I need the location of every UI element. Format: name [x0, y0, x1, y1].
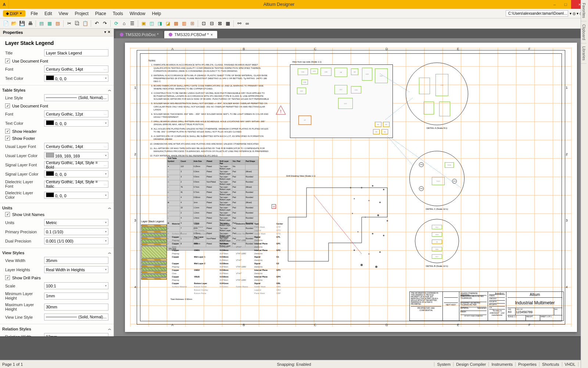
panel-icon[interactable]: ▩ [172, 20, 180, 27]
showheader-check[interactable] [5, 129, 10, 134]
table-icon[interactable]: ▦ [224, 20, 232, 27]
vtab-libraries[interactable]: Libraries [581, 43, 587, 64]
use-doc-font-check[interactable] [5, 59, 10, 63]
status-properties[interactable]: Properties [515, 362, 539, 367]
dielfont-label: Dielectric Layer Font [5, 180, 42, 188]
sigfont-input[interactable]: Century Gothic, 14pt, Style = Bold… [44, 161, 108, 168]
svg-point-14 [358, 231, 359, 233]
menu-help[interactable]: Help [148, 11, 164, 16]
stack-icon[interactable]: ▦ [46, 20, 53, 27]
row-headers-right: 1234 [564, 54, 569, 320]
panel-close-icon[interactable]: ✕ [108, 30, 111, 35]
vline-input[interactable]: (Solid, Normal)… [44, 314, 108, 321]
svg-point-9 [379, 202, 381, 203]
textcolor-label: Text Color [5, 76, 42, 81]
print-icon[interactable]: 🖶 [26, 20, 34, 27]
status-shortcuts[interactable]: Shortcuts [539, 362, 562, 367]
tcolor-input[interactable]: 0, 0, 0▾ [44, 120, 108, 127]
dual-input[interactable]: 0.001 (1/1 000)▾ [44, 237, 108, 244]
3d-icon[interactable]: ◪ [164, 20, 172, 27]
tfont-input[interactable]: Century Gothic, 12pt… [44, 110, 108, 117]
font-input[interactable]: Century Gothic, 14pt… [44, 66, 108, 72]
pcb-icon[interactable]: ◫ [148, 20, 155, 27]
new-icon[interactable]: 📄 [2, 20, 10, 27]
svg-point-19 [379, 251, 381, 253]
vtab-clipboard[interactable]: Clipboard [581, 21, 587, 43]
linestyle-input[interactable]: (Solid, Normal)… [44, 94, 108, 101]
stack-table: MaterialLayerThicknessDielectric Materia… [171, 223, 288, 296]
dist-icon[interactable]: ⊠ [216, 20, 223, 27]
primary-input[interactable]: 0.1 (1/10)▾ [44, 228, 108, 235]
status-instruments[interactable]: Instruments [488, 362, 515, 367]
lib-icon[interactable]: ◨ [156, 20, 164, 27]
redo-icon[interactable]: ↷ [101, 20, 108, 27]
usualfont-input[interactable]: Century Gothic, 14pt… [44, 143, 108, 150]
units-input[interactable]: Metric▾ [44, 219, 108, 226]
rules-icon[interactable]: ▥ [180, 20, 188, 27]
dielcolor-input[interactable]: 0, 0, 0▾ [44, 192, 108, 199]
vwidth-label: View Width [5, 258, 42, 263]
vheights-input[interactable]: Real Width in Heights▾ [44, 266, 108, 273]
rwidth-input[interactable]: 12mm [44, 333, 108, 336]
menu-window[interactable]: Window [126, 11, 149, 16]
group-icon[interactable]: ⊡ [200, 20, 207, 27]
menu-file[interactable]: File [28, 11, 41, 16]
menu-place[interactable]: Place [92, 11, 110, 16]
layers-icon[interactable]: ▤ [38, 20, 45, 27]
undo-icon[interactable]: ↶ [93, 20, 100, 27]
showfooter-check[interactable] [5, 136, 10, 141]
link-icon[interactable]: ⚯ [236, 20, 243, 27]
tab-pcbdwf[interactable]: TMS320.PCBDwf *× [164, 31, 217, 38]
menu-project[interactable]: Project [71, 11, 92, 16]
board-icon[interactable]: ▧ [54, 20, 61, 27]
panel-pin-icon[interactable]: ▾ [104, 30, 106, 35]
section-relation[interactable]: Relation Styles [2, 327, 31, 331]
svg-point-4 [361, 187, 362, 188]
open-icon[interactable]: 📂 [10, 20, 18, 27]
refresh-icon[interactable]: ⟳ [112, 20, 120, 27]
paste-icon[interactable]: 📋 [82, 20, 89, 27]
chain-icon[interactable]: ∞ [244, 20, 251, 27]
status-system[interactable]: System [434, 362, 453, 367]
dielcolor-label: Dielectric Layer Color [5, 191, 42, 199]
sigcolor-input[interactable]: 0, 0, 0▾ [44, 170, 108, 177]
cut-icon[interactable]: ✂ [65, 20, 73, 27]
vscale-input[interactable]: 100:1▾ [44, 282, 108, 289]
component-icon[interactable]: ▣ [140, 20, 147, 27]
stack-total: Total thickness: 0.92mm [171, 298, 192, 300]
menu-view[interactable]: View [55, 11, 72, 16]
menu-tools[interactable]: Tools [110, 11, 126, 16]
home-icon[interactable]: ⌂ [121, 20, 128, 27]
table-usedocfont-check[interactable] [5, 103, 10, 108]
drillpairs-check[interactable] [5, 275, 10, 280]
usualcolor-input[interactable]: 169, 169, 169▾ [44, 152, 108, 159]
textcolor-input[interactable]: 0, 0, 0▾ [44, 75, 108, 82]
dielfont-input[interactable]: Century Gothic, 14pt, Style = Italic… [44, 181, 108, 188]
drawing-canvas[interactable]: ABCDEF ABCDEF 1234 1234 Notes: FABRICATE… [114, 38, 588, 336]
save-icon[interactable]: 💾 [18, 20, 26, 27]
search-icon[interactable]: ☰ [129, 20, 136, 27]
sigfont-label: Signal Layer Font [5, 163, 42, 167]
maximize-button[interactable]: □ [560, 0, 571, 9]
vtab-favorites[interactable]: Favorites [581, 0, 587, 21]
section-table[interactable]: Table Styles [2, 88, 25, 92]
tab-close-icon[interactable]: × [211, 33, 213, 37]
status-vhdl[interactable]: VHDL [562, 362, 578, 367]
minimize-button[interactable]: – [549, 0, 560, 9]
status-design-compiler[interactable]: Design Compiler [453, 362, 488, 367]
showunits-check[interactable] [5, 212, 10, 217]
file-path[interactable]: C:\Users\alexsander.tamari\Downl… [506, 10, 568, 17]
dxp-menu[interactable]: ◆DXP▼ [3, 10, 25, 17]
vwidth-input[interactable]: 35mm [44, 257, 108, 264]
section-view[interactable]: View Styles [2, 251, 24, 255]
align-icon[interactable]: ⊟ [208, 20, 215, 27]
route-icon[interactable]: ⊞ [189, 20, 196, 27]
title-input[interactable]: Layer Stack Legend [44, 49, 108, 56]
col-headers-bottom: ABCDEF [137, 323, 565, 328]
copy-icon[interactable]: ⿻ [74, 20, 81, 27]
vmin-input[interactable]: 1mm [44, 293, 108, 300]
section-units[interactable]: Units [2, 206, 12, 210]
menu-edit[interactable]: Edit [41, 11, 55, 16]
vmax-input[interactable]: 30mm [44, 304, 108, 311]
tab-pcbdoc[interactable]: TMS320.PcbDoc * [115, 31, 163, 38]
